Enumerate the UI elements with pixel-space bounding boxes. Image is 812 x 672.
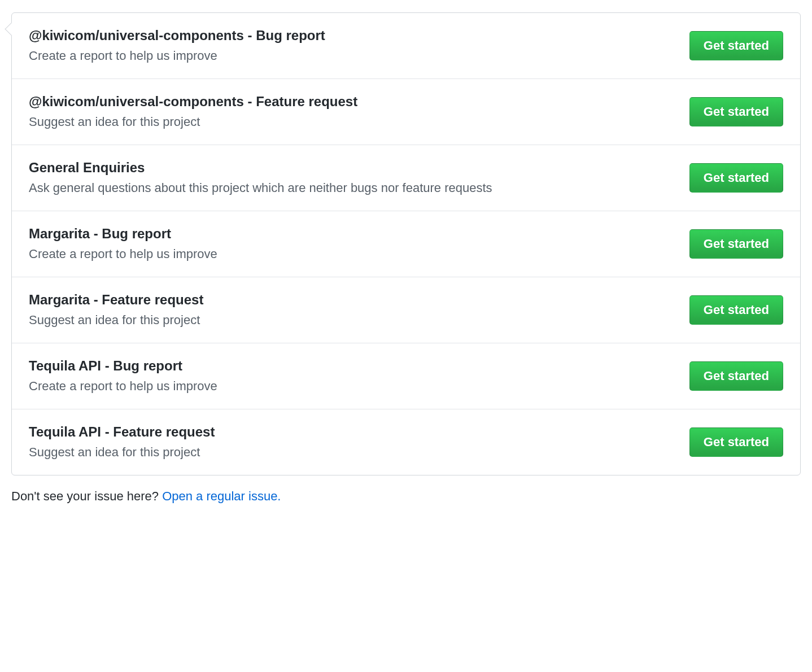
get-started-button[interactable]: Get started xyxy=(689,361,783,391)
get-started-button[interactable]: Get started xyxy=(689,229,783,259)
footer-prompt-text: Don't see your issue here? xyxy=(11,489,162,503)
template-title: Margarita - Feature request xyxy=(29,291,678,308)
template-text: Tequila API - Bug report Create a report… xyxy=(29,357,689,395)
template-item: Tequila API - Feature request Suggest an… xyxy=(12,409,800,475)
template-description: Suggest an idea for this project xyxy=(29,114,678,131)
template-text: @kiwicom/universal-components - Bug repo… xyxy=(29,27,689,65)
template-item: Tequila API - Bug report Create a report… xyxy=(12,343,800,409)
template-text: @kiwicom/universal-components - Feature … xyxy=(29,93,689,131)
template-item: @kiwicom/universal-components - Feature … xyxy=(12,79,800,145)
get-started-button[interactable]: Get started xyxy=(689,295,783,325)
footer-prompt: Don't see your issue here? Open a regula… xyxy=(11,489,801,504)
template-item: Margarita - Feature request Suggest an i… xyxy=(12,277,800,343)
template-title: Margarita - Bug report xyxy=(29,225,678,242)
template-title: Tequila API - Bug report xyxy=(29,357,678,374)
get-started-button[interactable]: Get started xyxy=(689,163,783,193)
template-text: Tequila API - Feature request Suggest an… xyxy=(29,423,689,461)
template-description: Suggest an idea for this project xyxy=(29,444,678,461)
open-regular-issue-link[interactable]: Open a regular issue. xyxy=(162,489,281,503)
template-text: Margarita - Feature request Suggest an i… xyxy=(29,291,689,329)
template-title: Tequila API - Feature request xyxy=(29,423,678,440)
get-started-button[interactable]: Get started xyxy=(689,97,783,126)
template-description: Create a report to help us improve xyxy=(29,47,678,65)
template-item: @kiwicom/universal-components - Bug repo… xyxy=(12,13,800,79)
template-item: Margarita - Bug report Create a report t… xyxy=(12,211,800,277)
template-item: General Enquiries Ask general questions … xyxy=(12,145,800,211)
get-started-button[interactable]: Get started xyxy=(689,427,783,457)
template-description: Ask general questions about this project… xyxy=(29,180,678,197)
template-description: Create a report to help us improve xyxy=(29,378,678,395)
template-text: General Enquiries Ask general questions … xyxy=(29,159,689,197)
issue-template-list: @kiwicom/universal-components - Bug repo… xyxy=(11,12,801,475)
template-description: Suggest an idea for this project xyxy=(29,312,678,329)
template-description: Create a report to help us improve xyxy=(29,246,678,263)
get-started-button[interactable]: Get started xyxy=(689,31,783,60)
template-text: Margarita - Bug report Create a report t… xyxy=(29,225,689,263)
template-title: @kiwicom/universal-components - Bug repo… xyxy=(29,27,678,44)
template-title: General Enquiries xyxy=(29,159,678,176)
template-title: @kiwicom/universal-components - Feature … xyxy=(29,93,678,110)
